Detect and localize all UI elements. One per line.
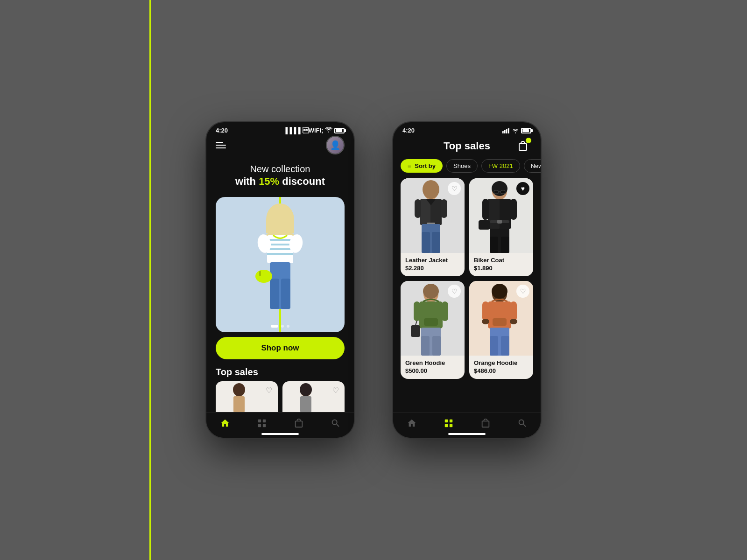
product-info-2: Biker Coat $1.890 <box>469 253 533 276</box>
hero-with: with <box>235 175 259 187</box>
time-2: 4:20 <box>402 127 415 134</box>
nav-grid-2[interactable] <box>444 418 454 428</box>
product-price-1: $2.280 <box>405 265 460 272</box>
mini-heart-2[interactable]: ♡ <box>331 385 341 395</box>
product-card-3[interactable]: ♡ Green Hoodie $500.00 <box>401 281 465 379</box>
svg-rect-74 <box>490 336 498 356</box>
dot-1 <box>271 325 278 328</box>
nav-search-1[interactable] <box>331 418 341 428</box>
svg-rect-53 <box>501 237 509 253</box>
page-header-2: Top sales <box>393 136 541 159</box>
filter-new[interactable]: New <box>524 159 541 173</box>
svg-rect-67 <box>414 301 420 321</box>
svg-rect-81 <box>449 420 452 422</box>
svg-rect-33 <box>420 199 430 225</box>
nav-home-2[interactable] <box>407 418 417 428</box>
svg-rect-77 <box>510 301 517 321</box>
svg-rect-72 <box>493 318 507 326</box>
signal-icon-2 <box>502 128 510 133</box>
fashion-figure <box>233 202 327 332</box>
filter-shoes[interactable]: Shoes <box>446 159 478 173</box>
wifi-icon-2 <box>512 128 519 133</box>
svg-rect-50 <box>497 220 502 224</box>
vertical-accent-line <box>149 0 151 560</box>
hero-text: New collection with 15% discount <box>206 159 354 192</box>
svg-rect-6 <box>267 244 293 245</box>
product-price-4: $486.00 <box>474 367 529 374</box>
cart-button[interactable] <box>514 138 531 154</box>
svg-rect-82 <box>444 424 447 427</box>
product-name-3: Green Hoodie <box>405 359 460 366</box>
phone-2: 4:20 Top sales <box>392 121 542 439</box>
product-card-1[interactable]: ♡ Leather Jacket $2.280 <box>401 178 465 276</box>
heart-button-1[interactable]: ♡ <box>448 182 461 195</box>
phone-1: 4:20 ▐▐▐▐ WiFi; 👤 <box>205 121 355 439</box>
heart-button-2[interactable]: ♥ <box>516 182 529 195</box>
svg-rect-44 <box>494 190 499 194</box>
filter-sort-by[interactable]: ≡ Sort by <box>401 159 443 173</box>
product-card-2[interactable]: ♥ Biker Coat $1.890 <box>469 178 533 276</box>
svg-rect-22 <box>258 420 261 422</box>
nav-bag-1[interactable] <box>294 418 304 428</box>
nav-search-2[interactable] <box>517 418 528 428</box>
product-card-4[interactable]: ♡ Orange Hoodie $486.00 <box>469 281 533 379</box>
svg-rect-80 <box>444 420 447 422</box>
mini-heart-1[interactable]: ♡ <box>264 385 274 395</box>
section-title: Top sales <box>206 364 354 381</box>
shop-now-button[interactable]: Shop now <box>216 337 345 359</box>
product-name-1: Leather Jacket <box>405 257 460 264</box>
cart-badge <box>526 138 531 143</box>
svg-rect-41 <box>441 199 447 218</box>
svg-rect-38 <box>422 232 430 253</box>
svg-rect-25 <box>262 424 265 427</box>
svg-point-43 <box>492 181 507 196</box>
top-nav-1: 👤 <box>206 136 354 159</box>
filter-bar: ≡ Sort by Shoes FW 2021 New <box>393 159 541 178</box>
svg-rect-18 <box>233 396 245 413</box>
svg-rect-24 <box>258 424 261 427</box>
hero-discount: 15% <box>259 175 279 187</box>
svg-point-79 <box>510 319 517 324</box>
svg-rect-76 <box>482 301 489 321</box>
phones-container: 4:20 ▐▐▐▐ WiFi; 👤 <box>205 121 542 439</box>
home-indicator-2 <box>448 433 486 435</box>
svg-rect-7 <box>267 248 293 250</box>
svg-point-59 <box>423 284 439 299</box>
product-price-2: $1.890 <box>474 265 529 272</box>
svg-rect-54 <box>479 220 490 230</box>
svg-rect-52 <box>490 237 498 253</box>
image-dots <box>271 325 289 328</box>
dot-3 <box>287 325 289 328</box>
svg-point-17 <box>233 383 245 396</box>
page-title-2: Top sales <box>444 140 490 152</box>
hero-image <box>216 197 345 332</box>
product-info-1: Leather Jacket $2.280 <box>401 253 465 276</box>
product-name-2: Biker Coat <box>474 257 529 264</box>
svg-rect-2 <box>266 219 294 233</box>
svg-rect-29 <box>508 128 509 133</box>
svg-rect-21 <box>300 396 311 413</box>
status-bar-1: 4:20 ▐▐▐▐ WiFi; <box>206 122 354 136</box>
product-price-3: $500.00 <box>405 367 460 374</box>
nav-home-1[interactable] <box>220 418 230 428</box>
menu-button[interactable] <box>216 142 226 148</box>
hero-line1: New collection <box>216 164 345 175</box>
svg-rect-63 <box>421 336 430 356</box>
svg-rect-27 <box>504 130 506 133</box>
svg-point-31 <box>423 180 439 199</box>
status-bar-2: 4:20 <box>393 122 541 136</box>
svg-rect-65 <box>411 325 420 337</box>
nav-bag-2[interactable] <box>480 418 491 428</box>
svg-rect-26 <box>502 131 504 133</box>
heart-button-3[interactable]: ♡ <box>448 285 461 298</box>
product-info-3: Green Hoodie $500.00 <box>401 356 465 379</box>
nav-grid-1[interactable] <box>257 418 267 428</box>
svg-rect-8 <box>267 253 293 255</box>
filter-fw2021[interactable]: FW 2021 <box>481 159 520 173</box>
avatar[interactable]: 👤 <box>326 136 345 154</box>
svg-rect-64 <box>432 336 441 356</box>
svg-rect-28 <box>506 129 507 133</box>
filter-sort-by-label: Sort by <box>415 162 436 169</box>
svg-rect-40 <box>415 199 421 218</box>
heart-button-4[interactable]: ♡ <box>516 285 529 298</box>
